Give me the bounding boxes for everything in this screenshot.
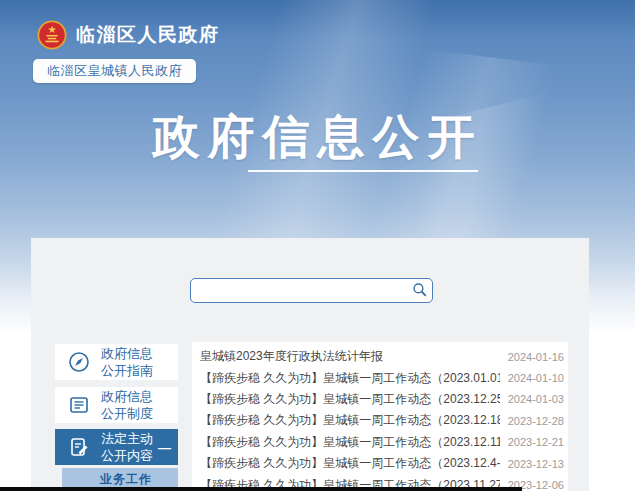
sidebar-item-label: 政府信息 公开指南	[101, 345, 153, 379]
article-link[interactable]: 【蹄疾步稳 久久为功】皇城镇一周工作动态（2023.12.25-2023.12.…	[200, 391, 500, 408]
clipboard-pencil-icon	[64, 434, 94, 460]
list-item: 皇城镇2023年度行政执法统计年报 2024-01-16	[192, 346, 568, 367]
government-info-page: ★ 临淄区人民政府 临淄区皇城镇人民政府 政府信息公开	[0, 0, 635, 491]
compass-icon	[64, 349, 94, 375]
article-date: 2023-12-28	[508, 415, 564, 427]
search-box	[190, 278, 433, 303]
list-item: 【蹄疾步稳 久久为功】皇城镇一周工作动态（2023.12.25-2023.12.…	[192, 389, 568, 410]
sidebar-item-label: 政府信息 公开制度	[101, 388, 153, 422]
article-link[interactable]: 皇城镇2023年度行政执法统计年报	[200, 348, 383, 365]
site-name[interactable]: 临淄区人民政府	[76, 22, 220, 48]
search-input[interactable]	[191, 279, 406, 302]
article-date: 2024-01-03	[508, 393, 564, 405]
article-date: 2023-12-13	[508, 458, 564, 470]
list-item: 【蹄疾步稳 久久为功】皇城镇一周工作动态（2023.12.11-2023.12.…	[192, 432, 568, 453]
screenshot-bottom-edge	[0, 487, 522, 491]
article-link[interactable]: 【蹄疾步稳 久久为功】皇城镇一周工作动态（2023.12.11-2023.12.…	[200, 434, 500, 451]
article-date: 2024-01-10	[508, 372, 564, 384]
search-icon	[411, 281, 428, 301]
article-list: 皇城镇2023年度行政执法统计年报 2024-01-16 【蹄疾步稳 久久为功】…	[192, 342, 568, 491]
article-date: 2024-01-16	[508, 351, 564, 363]
national-emblem-icon: ★	[37, 20, 67, 50]
article-date: 2023-12-21	[508, 436, 564, 448]
sidebar-item-label: 法定主动 公开内容	[101, 430, 153, 464]
article-link[interactable]: 【蹄疾步稳 久久为功】皇城镇一周工作动态（2023.01.01-2023.01.…	[200, 370, 500, 387]
article-link[interactable]: 【蹄疾步稳 久久为功】皇城镇一周工作动态（2023.12.18-2023.12.…	[200, 412, 500, 429]
collapse-minus-icon[interactable]: —	[158, 440, 171, 455]
article-link[interactable]: 【蹄疾步稳 久久为功】皇城镇一周工作动态（2023.12.4-2023.12.1…	[200, 455, 500, 472]
svg-text:★: ★	[47, 24, 56, 35]
sidebar-item-guide[interactable]: 政府信息 公开指南	[55, 344, 178, 380]
search-button[interactable]	[406, 279, 432, 302]
sidebar-item-statutory-disclosure[interactable]: 法定主动 公开内容 —	[55, 429, 178, 465]
content-panel: 政府信息 公开指南 政府信息 公开制度	[31, 238, 589, 491]
title-underline	[248, 170, 478, 172]
list-item: 【蹄疾步稳 久久为功】皇城镇一周工作动态（2023.12.18-2023.12.…	[192, 410, 568, 431]
document-icon	[64, 392, 94, 418]
sidebar-item-rules[interactable]: 政府信息 公开制度	[55, 387, 178, 423]
sub-site-tab[interactable]: 临淄区皇城镇人民政府	[33, 59, 196, 83]
list-item: 【蹄疾步稳 久久为功】皇城镇一周工作动态（2023.12.4-2023.12.1…	[192, 453, 568, 474]
page-title: 政府信息公开	[0, 106, 635, 169]
list-item: 【蹄疾步稳 久久为功】皇城镇一周工作动态（2023.01.01-2023.01.…	[192, 367, 568, 388]
